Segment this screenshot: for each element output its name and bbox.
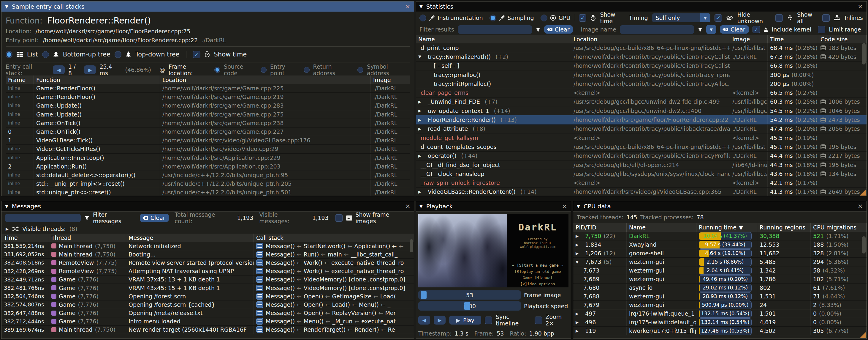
function-name[interactable]: VideoGLBase::Tick() [36,137,93,144]
scrollbar-thumb[interactable] [410,239,413,252]
prev-stack-button[interactable]: ◀ [53,65,65,74]
cpu-row[interactable]: 7,680async-io29.02 ms (0.12%)80261(7.61%… [573,284,867,292]
function-name[interactable]: Video::GetTicksHiRes() [36,146,100,152]
table-row[interactable]: inlineGame::Update()/home/wolf/darkrl/sr… [6,110,410,119]
image-name-input[interactable] [620,25,694,34]
stats-row[interactable]: ▶uw_update_context_1(+14)/usr/src/debug/… [416,106,867,115]
symbol-name[interactable]: FloorRenderer::Render() [428,116,496,123]
call-stack-button[interactable] [256,301,263,308]
hide-unknown-checkbox[interactable]: ✓ [715,14,722,22]
function-name[interactable]: Game::Update() [36,102,82,109]
column-header-location[interactable]: Location [571,35,730,44]
call-stack-button[interactable] [256,243,263,249]
message-row[interactable]: 382,428,269nsRemoteView(7,775)Attempting… [1,267,414,276]
instrumentation-radio[interactable] [420,15,426,21]
column-header-location[interactable]: Location [160,76,371,84]
stats-row[interactable]: [ - self - ]/home/wolf/darkrl/contrib/tr… [416,61,867,70]
cpu-row[interactable]: ▶496irq/175-iwlwifi:default_qu132.14 ms … [573,318,867,327]
stats-row[interactable]: ▶read_attribute(+8)/home/wolf/darkrl/con… [416,124,867,134]
cpu-panel-titlebar[interactable]: ▼ CPU data × [573,201,867,211]
frame-location-radio-entry-point[interactable] [261,67,267,73]
show-time-checkbox[interactable]: ✓ [193,51,200,58]
symbol-name[interactable]: read_attribute [428,125,468,132]
call-stack-button[interactable] [256,251,263,258]
column-header-code-size[interactable]: Code size [818,35,867,44]
function-name[interactable]: Game::OnTick() [36,129,81,135]
show-frame-images-checkbox[interactable]: ✓ [335,214,343,222]
function-name[interactable]: Game::Update() [36,111,82,118]
cpu-row[interactable]: 7,673wezterm-gui2.04 s (8.41%)1,34258(4.… [573,266,867,275]
show-time-checkbox[interactable]: ✓ [579,14,586,22]
mode-option-instrumentation[interactable]: Instrumentation [420,15,483,21]
cpu-row[interactable]: ▶7,750(22)DarkRL10.04 s (41.37%)30,38852… [573,232,867,240]
messages-panel-titlebar[interactable]: ▼ Messages × [1,201,414,211]
function-name[interactable]: std::default_delete<>::operator()() [36,172,135,178]
gpu-radio[interactable] [540,15,548,21]
tree-expand-icon[interactable]: ▶ [418,100,425,104]
column-header-call-stack[interactable]: Call stack [254,234,414,242]
frame-location-radio-return-address[interactable] [304,67,310,73]
table-row[interactable]: inlinestd::unique_ptr<>::reset()/usr/inc… [6,188,410,196]
message-row[interactable]: 382,408,518nsRemoteView(7,775)Remote vie… [1,259,414,267]
tree-expand-icon[interactable]: ▶ [576,243,583,247]
view-mode-radio-bottom-up-tree[interactable] [42,51,49,58]
collapse-icon[interactable]: ▼ [5,204,8,209]
tree-expand-icon[interactable]: ▶ [576,329,583,333]
table-row[interactable]: 0Game::OnTick()/home/wolf/darkrl/src/gam… [6,128,410,136]
table-row[interactable]: inlinestd::__uniq_ptr_impl<>::reset()/us… [6,179,410,188]
tree-expand-icon[interactable]: ▶ [576,311,583,316]
column-header-thread[interactable]: Thread [49,234,126,242]
frame-location-radio-source-code[interactable] [214,67,220,73]
resize-grip[interactable] [860,332,866,338]
table-row[interactable]: 1VideoGLBase::Tick()/home/wolf/darkrl/sr… [6,136,410,145]
collapse-icon[interactable]: ▼ [5,4,8,9]
column-header-image[interactable]: Image [730,35,768,44]
expand-icon[interactable]: ▶ [6,227,9,231]
message-row[interactable]: 382,574,807nsGame(7,776)Opening /forest.… [1,301,414,309]
symbol-name[interactable]: _raw_spin_unlock_irqrestore [421,179,500,186]
clear-filter-button[interactable]: Clear [544,25,573,34]
sample-panel-titlebar[interactable]: ▼ Sample entry call stacks × [1,1,414,12]
column-header-function[interactable]: Function [34,76,160,84]
stats-row[interactable]: __GI__clock_nanosleep/usr/src/debug/glib… [416,169,867,178]
funnel-icon[interactable] [698,27,703,32]
table-row[interactable]: inlineVideo::GetTicksHiRes()/home/wolf/d… [6,145,410,153]
message-row[interactable]: 382,712,444nsGame(7,776)Intro menu loade… [1,317,414,326]
next-frame-button[interactable]: ▶ [434,316,445,324]
message-row[interactable]: 382,481,766nsGame(7,776)VRAM 43x45: 15 +… [1,284,414,292]
stats-row[interactable]: _raw_spin_unlock_irqrestore<kernel><kern… [416,178,867,187]
resize-grip[interactable] [860,189,866,196]
slider-handle[interactable] [421,291,427,299]
mode-option-sampling[interactable]: Sampling [490,15,534,21]
inlines-checkbox[interactable]: ✓ [822,14,830,22]
collapse-icon[interactable]: ▼ [420,4,423,9]
call-stack-button[interactable] [256,326,263,333]
cpu-row[interactable]: ▶497irq/176-iwlwifi:queue_1132.15 ms (0.… [573,309,867,318]
tree-expand-icon[interactable]: ▶ [576,251,583,256]
close-icon[interactable]: × [858,3,863,10]
call-stack-button[interactable] [256,310,263,316]
column-header-name[interactable]: Name [416,35,571,44]
message-row[interactable]: 381,559,214nsMain thread(7,750)Network i… [1,242,414,250]
tree-expand-icon[interactable]: ▶ [418,109,425,113]
stats-panel-titlebar[interactable]: ▼ Statistics × [416,1,867,12]
call-stack-button[interactable] [256,268,263,274]
clear-messages-button[interactable]: Clear [140,214,169,222]
funnel-icon[interactable] [535,27,540,32]
tree-collapse-icon[interactable]: ▼ [418,54,425,59]
cpu-row[interactable]: ▼7,673(5)wezterm-gui2.15 s (8.86%)5,4852… [573,258,867,266]
function-name[interactable]: Application::InnerLoop() [36,154,104,161]
symbol-name[interactable]: clear_page_erms [421,89,468,96]
filter-results-input[interactable] [458,25,532,34]
table-row[interactable]: inlineGame::RenderFloor()/home/wolf/dark… [6,84,410,93]
tree-expand-icon[interactable]: ▶ [418,154,425,158]
tree-expand-icon[interactable]: ▶ [576,234,583,238]
column-header-frame[interactable]: Frame [6,76,34,84]
function-name[interactable]: Application::Run() [36,163,87,170]
next-stack-button[interactable]: ▶ [84,65,96,74]
symbol-name[interactable]: __GI__dl_find_dso_for_object [421,162,500,168]
view-mode-radio-top-down-tree[interactable] [115,51,121,58]
call-stack-button[interactable] [256,259,263,266]
limit-range-checkbox[interactable]: ✓ [818,26,825,33]
symbol-name[interactable]: tracy::InitRpmalloc() [434,81,491,87]
